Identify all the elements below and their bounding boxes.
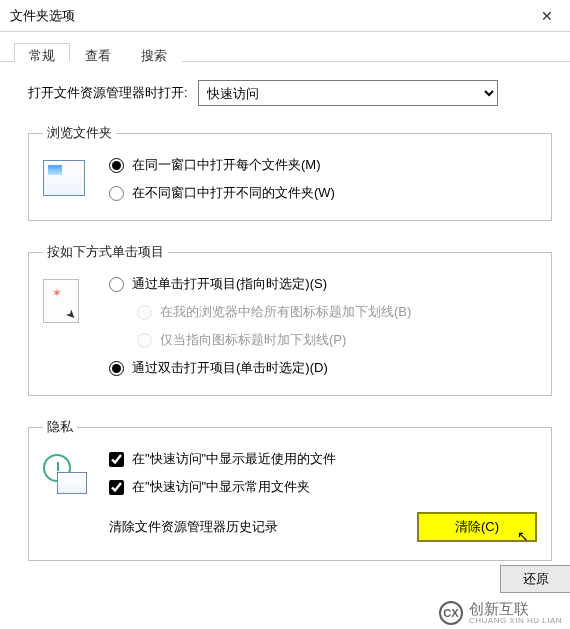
- check-freq-folders-label: 在"快速访问"中显示常用文件夹: [132, 478, 310, 496]
- tabstrip: 常规 查看 搜索: [0, 32, 570, 62]
- check-recent-files[interactable]: 在"快速访问"中显示最近使用的文件: [109, 450, 537, 468]
- radio-single-click[interactable]: 通过单击打开项目(指向时选定)(S): [109, 275, 537, 293]
- radio-underline-point-input: [137, 333, 152, 348]
- clear-button[interactable]: 清除(C) ↖: [417, 512, 537, 542]
- radio-same-window[interactable]: 在同一窗口中打开每个文件夹(M): [109, 156, 537, 174]
- radio-single-click-input[interactable]: [109, 277, 124, 292]
- restore-defaults-button[interactable]: 还原: [500, 565, 570, 593]
- close-icon: ✕: [541, 8, 553, 24]
- radio-new-window-label: 在不同窗口中打开不同的文件夹(W): [132, 184, 335, 202]
- check-freq-folders-input[interactable]: [109, 480, 124, 495]
- group-browse-legend: 浏览文件夹: [43, 124, 116, 142]
- watermark: CX 创新互联 CHUANG XIN HU LIAN: [439, 601, 562, 625]
- radio-underline-point-label: 仅当指向图标标题时加下划线(P): [160, 331, 346, 349]
- radio-underline-browser-input: [137, 305, 152, 320]
- check-recent-files-label: 在"快速访问"中显示最近使用的文件: [132, 450, 336, 468]
- check-recent-files-input[interactable]: [109, 452, 124, 467]
- watermark-sub: CHUANG XIN HU LIAN: [469, 616, 562, 625]
- group-browse-folders: 浏览文件夹 在同一窗口中打开每个文件夹(M) 在不同窗口中打开不同的文件夹(W): [28, 124, 552, 221]
- cursor-icon: ↖: [517, 528, 529, 544]
- radio-double-click[interactable]: 通过双击打开项目(单击时选定)(D): [109, 359, 537, 377]
- titlebar: 文件夹选项 ✕: [0, 0, 570, 32]
- radio-single-click-label: 通过单击打开项目(指向时选定)(S): [132, 275, 327, 293]
- group-privacy: 隐私 在"快速访问"中显示最近使用的文件 在"快速访问"中显示常用文件夹 清除文…: [28, 418, 552, 561]
- browse-icon: [43, 156, 95, 202]
- radio-same-window-label: 在同一窗口中打开每个文件夹(M): [132, 156, 321, 174]
- tab-search[interactable]: 搜索: [126, 43, 182, 62]
- radio-underline-point: 仅当指向图标标题时加下划线(P): [137, 331, 537, 349]
- privacy-icon: [43, 450, 95, 542]
- clear-button-label: 清除(C): [455, 519, 499, 534]
- tab-general[interactable]: 常规: [14, 43, 70, 62]
- tab-view[interactable]: 查看: [70, 43, 126, 62]
- radio-new-window-input[interactable]: [109, 186, 124, 201]
- clear-history-label: 清除文件资源管理器历史记录: [109, 518, 278, 536]
- open-explorer-row: 打开文件资源管理器时打开: 快速访问: [28, 80, 552, 106]
- group-click-mode: 按如下方式单击项目 通过单击打开项目(指向时选定)(S) 在我的浏览器中给所有图…: [28, 243, 552, 396]
- group-privacy-legend: 隐私: [43, 418, 77, 436]
- watermark-logo-icon: CX: [439, 601, 463, 625]
- open-explorer-label: 打开文件资源管理器时打开:: [28, 84, 188, 102]
- radio-new-window[interactable]: 在不同窗口中打开不同的文件夹(W): [109, 184, 537, 202]
- dialog-footer: 还原: [500, 565, 570, 593]
- window-title: 文件夹选项: [10, 7, 75, 25]
- clear-history-row: 清除文件资源管理器历史记录 清除(C) ↖: [109, 512, 537, 542]
- radio-double-click-input[interactable]: [109, 361, 124, 376]
- radio-underline-browser: 在我的浏览器中给所有图标标题加下划线(B): [137, 303, 537, 321]
- click-icon: [43, 275, 95, 377]
- radio-double-click-label: 通过双击打开项目(单击时选定)(D): [132, 359, 328, 377]
- tab-panel-general: 打开文件资源管理器时打开: 快速访问 浏览文件夹 在同一窗口中打开每个文件夹(M…: [0, 62, 570, 593]
- radio-same-window-input[interactable]: [109, 158, 124, 173]
- watermark-brand: 创新互联: [469, 601, 562, 616]
- radio-underline-browser-label: 在我的浏览器中给所有图标标题加下划线(B): [160, 303, 411, 321]
- close-button[interactable]: ✕: [524, 0, 570, 32]
- open-explorer-dropdown[interactable]: 快速访问: [198, 80, 498, 106]
- group-click-legend: 按如下方式单击项目: [43, 243, 168, 261]
- check-freq-folders[interactable]: 在"快速访问"中显示常用文件夹: [109, 478, 537, 496]
